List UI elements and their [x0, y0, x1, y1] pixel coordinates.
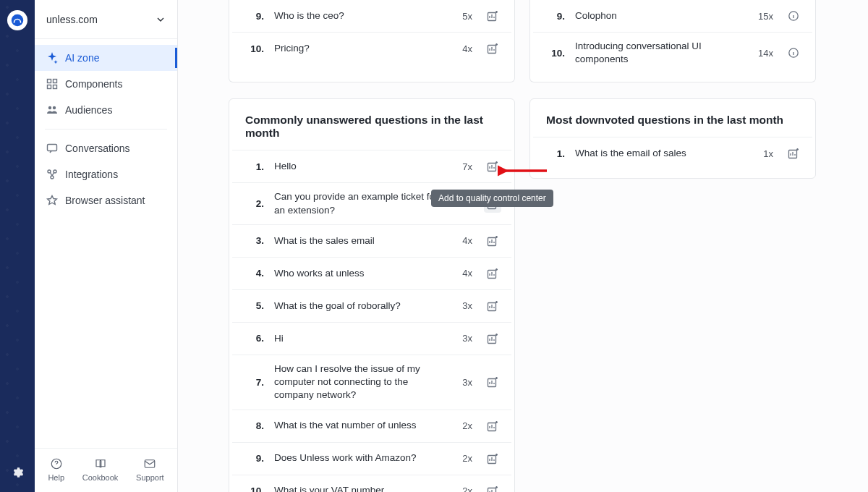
table-row: 5.What is the goal of roborally?3x — [232, 289, 511, 322]
sidebar-item-components[interactable]: Components — [35, 71, 177, 97]
add-to-qc-button[interactable] — [484, 7, 501, 25]
row-number: 9. — [245, 453, 264, 464]
rows: 9.Who is the ceo?5x10.Pricing?4x — [229, 0, 514, 73]
add-to-qc-icon — [487, 10, 498, 22]
table-row: 10.Introducing conversational UI compone… — [533, 32, 812, 73]
add-to-qc-button[interactable] — [484, 330, 501, 347]
app-logo[interactable] — [7, 10, 27, 30]
rail — [0, 0, 35, 492]
cookbook-icon — [94, 457, 107, 470]
row-number: 3. — [245, 235, 264, 246]
table-row: 7.How can I resolve the issue of my comp… — [232, 355, 511, 410]
row-number: 1. — [245, 161, 264, 172]
add-to-qc-icon — [487, 453, 498, 465]
domain-selector[interactable]: unless.com — [35, 0, 177, 39]
svg-rect-12 — [145, 460, 156, 468]
row-count: 1x — [747, 148, 773, 159]
add-to-qc-icon — [788, 148, 799, 159]
chat-icon — [46, 143, 58, 154]
row-count: 3x — [446, 333, 472, 344]
sidebar-item-integrations[interactable]: Integrations — [35, 161, 177, 187]
footer-label: Cookbook — [82, 473, 119, 482]
row-text: What is the sales email — [270, 234, 441, 247]
add-to-qc-button[interactable] — [785, 145, 802, 162]
row-number: 9. — [546, 11, 565, 22]
row-count: 5x — [446, 11, 472, 22]
star-icon — [46, 195, 58, 206]
svg-point-10 — [51, 176, 54, 179]
add-to-qc-icon — [487, 333, 498, 344]
card-top-left: 9.Who is the ceo?5x10.Pricing?4x — [229, 0, 515, 82]
add-to-qc-button[interactable] — [484, 40, 501, 57]
sidebar-nav: AI zone Components Audiences Conversatio… — [35, 39, 177, 219]
row-text: Who is the ceo? — [270, 9, 441, 22]
svg-point-6 — [53, 106, 56, 109]
help-icon — [50, 457, 63, 470]
row-count: 3x — [446, 377, 472, 388]
info-button[interactable] — [785, 44, 802, 62]
add-to-qc-button[interactable] — [484, 373, 501, 391]
row-text: What is your VAT number — [270, 484, 441, 492]
sidebar-item-ai-zone[interactable]: AI zone — [35, 45, 177, 71]
sidebar-item-conversations[interactable]: Conversations — [35, 135, 177, 161]
table-row: 6.Hi3x — [232, 322, 511, 355]
add-to-qc-button[interactable] — [484, 265, 501, 282]
svg-rect-1 — [48, 80, 51, 83]
svg-point-9 — [54, 170, 56, 173]
sidebar-footer: Help Cookbook Support — [35, 448, 177, 492]
add-to-qc-button[interactable] — [484, 483, 501, 492]
sidebar-item-label: Integrations — [65, 169, 118, 180]
annotation-arrow — [498, 164, 548, 178]
sidebar-item-label: Audiences — [65, 104, 112, 116]
row-number: 9. — [245, 11, 264, 22]
row-count: 14x — [747, 48, 773, 59]
people-icon — [46, 104, 58, 116]
card-downvoted: Most downvoted questions in the last mon… — [529, 98, 816, 179]
add-to-qc-icon — [487, 376, 498, 388]
add-to-qc-icon — [487, 235, 498, 247]
table-row: 9.Does Unless work with Amazon?2x — [232, 442, 511, 475]
card-title: Commonly unanswered questions in the las… — [229, 99, 514, 150]
integration-icon — [46, 169, 58, 180]
footer-cookbook[interactable]: Cookbook — [82, 457, 119, 482]
settings-button[interactable] — [11, 466, 24, 479]
info-icon — [788, 10, 799, 22]
add-to-qc-icon — [487, 485, 498, 492]
add-to-qc-button[interactable] — [484, 450, 501, 467]
footer-help[interactable]: Help — [48, 457, 64, 482]
add-to-qc-button[interactable] — [484, 417, 501, 435]
table-row: 10.What is your VAT number2x — [232, 475, 511, 492]
tooltip-qc: Add to quality control center — [431, 190, 553, 207]
add-to-qc-icon — [487, 268, 498, 279]
footer-label: Help — [48, 473, 64, 482]
row-text: Does Unless work with Amazon? — [270, 451, 441, 465]
content: 9.Who is the ceo?5x10.Pricing?4x 9.Colop… — [178, 0, 868, 492]
info-button[interactable] — [785, 7, 802, 25]
row-count: 2x — [446, 485, 472, 492]
row-number: 5. — [245, 300, 264, 311]
sidebar-item-label: Browser assistant — [65, 195, 145, 206]
grid-icon — [46, 78, 58, 90]
add-to-qc-button[interactable] — [484, 232, 501, 250]
row-number: 8. — [245, 420, 264, 431]
row-text: Who works at unless — [270, 267, 441, 280]
divider — [45, 129, 167, 130]
card-top-right: 9.Colophon15x10.Introducing conversation… — [529, 0, 816, 82]
row-text: Hi — [270, 332, 441, 345]
footer-support[interactable]: Support — [136, 457, 164, 482]
svg-rect-7 — [48, 145, 57, 151]
add-to-qc-icon — [487, 300, 498, 312]
svg-rect-3 — [48, 85, 51, 89]
sidebar-item-browser-assistant[interactable]: Browser assistant — [35, 187, 177, 213]
info-icon — [788, 47, 799, 59]
cards-wrap: 9.Who is the ceo?5x10.Pricing?4x 9.Colop… — [178, 0, 868, 492]
row-count: 4x — [446, 43, 472, 54]
sparkle-icon — [46, 52, 58, 64]
row-number: 4. — [245, 268, 264, 279]
sidebar-item-audiences[interactable]: Audiences — [35, 97, 177, 123]
rows: 9.Colophon15x10.Introducing conversation… — [530, 0, 815, 82]
mail-icon — [143, 457, 156, 470]
row-number: 6. — [245, 333, 264, 344]
add-to-qc-button[interactable] — [484, 297, 501, 315]
add-to-qc-icon — [487, 161, 498, 172]
